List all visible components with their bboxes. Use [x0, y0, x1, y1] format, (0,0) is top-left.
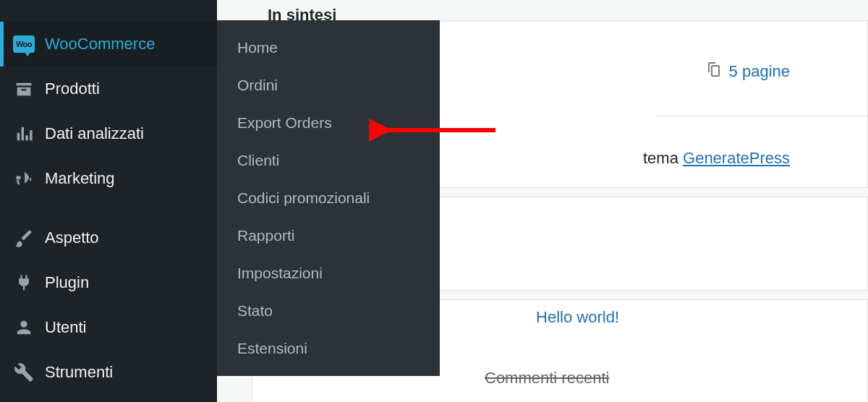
annotation-arrow: [369, 116, 499, 147]
pages-icon: [705, 61, 722, 82]
sidebar-item-label: Plugin: [45, 273, 89, 292]
sidebar-item-label: Prodotti: [45, 80, 100, 98]
submenu-item-rapporti[interactable]: Rapporti: [217, 217, 440, 255]
sidebar-item-label: Aspetto: [45, 228, 99, 247]
pages-label: 5 pagine: [729, 62, 790, 81]
pages-link[interactable]: 5 pagine: [705, 61, 790, 82]
hello-world-link[interactable]: Hello world!: [536, 308, 619, 327]
woo-icon: Woo: [13, 33, 35, 55]
megaphone-icon: [13, 168, 35, 189]
chart-icon: [13, 123, 35, 145]
theme-link[interactable]: GeneratePress: [683, 149, 790, 167]
submenu-item-estensioni[interactable]: Estensioni: [217, 330, 440, 367]
plug-icon: [13, 272, 35, 294]
admin-sidebar: Woo WooCommerce Prodotti Dati analizzati…: [0, 0, 217, 402]
submenu-item-codici-promozionali[interactable]: Codici promozionali: [217, 179, 440, 217]
submenu-item-impostazioni[interactable]: Impostazioni: [217, 255, 440, 292]
sidebar-item-dati-analizzati[interactable]: Dati analizzati: [0, 111, 217, 156]
sidebar-item-prodotti[interactable]: Prodotti: [0, 67, 217, 111]
theme-prefix: tema: [643, 149, 683, 167]
sidebar-item-aspetto[interactable]: Aspetto: [0, 215, 217, 260]
submenu-item-ordini[interactable]: Ordini: [217, 67, 440, 104]
user-icon: [13, 317, 35, 338]
sidebar-item-plugin[interactable]: Plugin: [0, 260, 217, 305]
divider: [657, 116, 868, 116]
sidebar-item-label: Dati analizzati: [45, 124, 144, 143]
theme-line: tema GeneratePress: [643, 149, 790, 168]
sidebar-item-woocommerce[interactable]: Woo WooCommerce: [0, 22, 217, 67]
comments-recent-label: Commenti recenti: [485, 369, 609, 388]
sidebar-item-label: WooCommerce: [45, 35, 155, 54]
sidebar-item-label: Utenti: [45, 318, 86, 337]
woocommerce-submenu: Home Ordini Export Orders Clienti Codici…: [217, 20, 440, 376]
sidebar-item-label: Marketing: [45, 169, 115, 188]
submenu-item-home[interactable]: Home: [217, 29, 440, 67]
archive-icon: [13, 78, 35, 100]
brush-icon: [13, 227, 35, 249]
wrench-icon: [13, 362, 35, 383]
sidebar-item-strumenti[interactable]: Strumenti: [0, 350, 217, 395]
sidebar-item-marketing[interactable]: Marketing: [0, 156, 217, 201]
sidebar-item-label: Strumenti: [45, 363, 113, 382]
submenu-item-stato[interactable]: Stato: [217, 292, 440, 330]
sidebar-item-utenti[interactable]: Utenti: [0, 305, 217, 350]
